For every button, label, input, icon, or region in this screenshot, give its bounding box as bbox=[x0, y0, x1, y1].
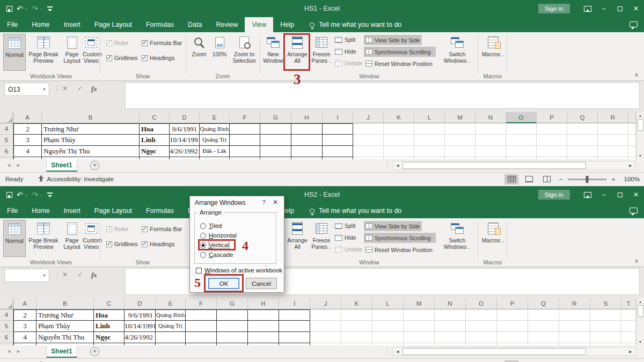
cell[interactable] bbox=[186, 309, 217, 321]
cell[interactable] bbox=[475, 146, 506, 157]
ribbon-page-layout-button[interactable]: Page Layout bbox=[61, 220, 83, 257]
column-header-s[interactable]: S bbox=[590, 298, 621, 309]
cell[interactable]: 10/14/1991 bbox=[170, 135, 200, 146]
cell[interactable]: 4/26/1992 bbox=[125, 332, 156, 343]
cell[interactable]: Trương Như bbox=[36, 309, 94, 321]
sheet-nav-left-icon[interactable]: ◄ bbox=[6, 349, 11, 354]
ribbon-custom-views-button[interactable]: Custom Views bbox=[83, 34, 100, 71]
cell[interactable] bbox=[248, 332, 279, 343]
view-page-layout-button[interactable] bbox=[522, 174, 536, 184]
cell[interactable] bbox=[341, 309, 372, 321]
column-header-m[interactable]: M bbox=[445, 112, 475, 123]
cell[interactable] bbox=[353, 135, 384, 146]
column-header-o[interactable]: O bbox=[506, 112, 537, 123]
cell[interactable] bbox=[559, 309, 590, 321]
column-header-o[interactable]: O bbox=[466, 298, 497, 309]
cell[interactable] bbox=[506, 123, 537, 135]
view-page-break-button[interactable] bbox=[540, 360, 554, 362]
cell[interactable] bbox=[537, 135, 567, 146]
ribbon-100-button[interactable]: 100% bbox=[210, 34, 229, 71]
cell[interactable] bbox=[248, 309, 279, 321]
scroll-left-icon[interactable]: ◀ bbox=[393, 348, 402, 356]
zoom-slider-thumb[interactable] bbox=[586, 176, 589, 183]
cell[interactable] bbox=[475, 123, 506, 135]
column-header-g[interactable]: G bbox=[217, 298, 248, 309]
ribbon-synchronous-scrolling-button[interactable]: Synchronous Scrolling bbox=[364, 47, 436, 57]
row-header[interactable]: 5 bbox=[0, 321, 13, 332]
vertical-scrollbar[interactable]: ▲▼ bbox=[636, 112, 644, 159]
column-header-m[interactable]: M bbox=[404, 298, 435, 309]
tab-formulas[interactable]: Formulas bbox=[139, 17, 181, 32]
sheet-nav-left-icon[interactable]: ◄ bbox=[6, 162, 11, 168]
ribbon-gridlines-checkbox[interactable]: Gridlines bbox=[106, 241, 137, 247]
column-header-g[interactable]: G bbox=[260, 112, 291, 123]
save-button[interactable] bbox=[6, 6, 12, 12]
ribbon-zoom-to-selection-button[interactable]: Zoom to Selection bbox=[230, 34, 259, 71]
column-header-a[interactable]: A bbox=[13, 112, 42, 123]
tab-home[interactable]: Home bbox=[25, 17, 56, 32]
column-header-q[interactable]: Q bbox=[567, 112, 598, 123]
cell[interactable]: 4 bbox=[13, 146, 42, 157]
column-header-p[interactable]: P bbox=[537, 112, 567, 123]
formula-enter-button[interactable]: ✓ bbox=[77, 271, 83, 278]
undo-button[interactable]: ↶ bbox=[17, 191, 23, 198]
column-header-r[interactable]: R bbox=[598, 112, 628, 123]
tab-page-layout[interactable]: Page Layout bbox=[87, 17, 139, 32]
cell[interactable]: 2 bbox=[13, 123, 42, 135]
cell[interactable] bbox=[445, 146, 475, 157]
cell[interactable] bbox=[528, 332, 559, 343]
zoom-level[interactable]: 100% bbox=[620, 176, 640, 182]
ribbon-view-side-by-side-button[interactable]: View Side by Side bbox=[364, 221, 422, 231]
cell[interactable]: 2 bbox=[13, 309, 36, 321]
cell[interactable] bbox=[230, 135, 260, 146]
horizontal-scroll-thumb[interactable] bbox=[402, 162, 586, 169]
column-header-l[interactable]: L bbox=[414, 112, 445, 123]
column-header-n[interactable]: N bbox=[435, 298, 466, 309]
column-header-e[interactable]: E bbox=[200, 112, 230, 123]
sheet-nav-right-icon[interactable]: ► bbox=[16, 162, 21, 168]
cell[interactable] bbox=[156, 332, 186, 343]
column-header-k[interactable]: K bbox=[341, 298, 372, 309]
tab-home[interactable]: Home bbox=[25, 203, 56, 218]
ribbon-normal-button[interactable]: Normal bbox=[3, 34, 26, 71]
column-header-c[interactable]: C bbox=[94, 298, 125, 309]
cell[interactable]: Quảng Trị bbox=[156, 321, 186, 332]
ribbon-synchronous-scrolling-button[interactable]: Synchronous Scrolling bbox=[364, 233, 436, 243]
cell[interactable] bbox=[260, 146, 291, 157]
tab-page-layout[interactable]: Page Layout bbox=[87, 203, 139, 218]
cell[interactable] bbox=[404, 309, 435, 321]
vertical-scroll-thumb[interactable] bbox=[638, 305, 643, 317]
insert-function-button[interactable]: fx bbox=[91, 271, 97, 279]
ribbon-macros-button[interactable]: Macros ⌄ bbox=[481, 220, 506, 257]
formula-cancel-button[interactable]: ✕ bbox=[62, 85, 68, 92]
cell[interactable] bbox=[528, 309, 559, 321]
ribbon-arrange-all-button[interactable]: Arrange All bbox=[286, 220, 309, 257]
cell[interactable] bbox=[414, 123, 445, 135]
scrollbar-grip-icon[interactable]: ⋮ bbox=[384, 348, 390, 354]
cell[interactable] bbox=[384, 135, 414, 146]
cell[interactable] bbox=[279, 332, 310, 343]
cell[interactable] bbox=[590, 321, 621, 332]
name-box[interactable]: ▼ bbox=[4, 269, 49, 282]
windows-of-active-workbook-checkbox[interactable]: Windows of active workbook bbox=[196, 267, 282, 274]
column-header-b[interactable]: B bbox=[42, 112, 140, 123]
ribbon-macros-button[interactable]: Macros ⌄ bbox=[481, 34, 506, 71]
tab-formulas[interactable]: Formulas bbox=[139, 203, 181, 218]
cell[interactable]: 4/26/1992 bbox=[170, 146, 200, 157]
sign-in-button[interactable]: Sign in bbox=[538, 190, 570, 200]
cell[interactable]: 3 bbox=[13, 321, 36, 332]
cell[interactable] bbox=[621, 332, 636, 343]
new-sheet-button[interactable]: + bbox=[90, 347, 99, 356]
column-header-j[interactable]: J bbox=[353, 112, 384, 123]
ribbon-formula-bar-checkbox[interactable]: Formula Bar bbox=[142, 40, 182, 46]
column-header-r[interactable]: R bbox=[559, 298, 590, 309]
vertical-scroll-thumb[interactable] bbox=[638, 119, 643, 131]
ribbon-custom-views-button[interactable]: Custom Views bbox=[83, 220, 100, 257]
tab-review[interactable]: Review bbox=[209, 17, 245, 32]
cell[interactable] bbox=[466, 321, 497, 332]
cell[interactable] bbox=[353, 123, 384, 135]
cell[interactable] bbox=[291, 135, 323, 146]
row-header[interactable]: 6 bbox=[0, 332, 13, 343]
cell[interactable]: 4 bbox=[13, 332, 36, 343]
cell[interactable] bbox=[559, 332, 590, 343]
